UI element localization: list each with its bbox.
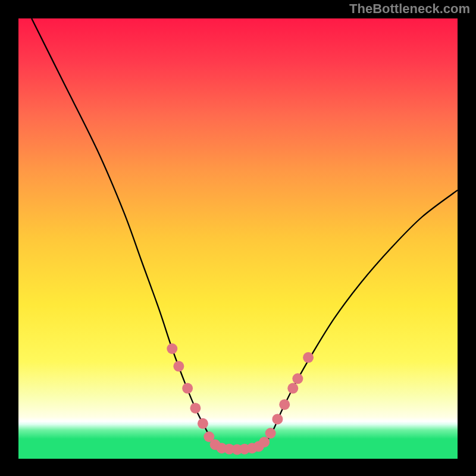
data-point bbox=[292, 373, 303, 384]
data-point bbox=[303, 352, 314, 363]
plot-background-gradient bbox=[18, 18, 458, 459]
data-point bbox=[198, 418, 208, 429]
data-point bbox=[182, 383, 193, 394]
attribution-label: TheBottleneck.com bbox=[349, 1, 470, 17]
data-point bbox=[167, 343, 177, 354]
chart-container: { "attribution": "TheBottleneck.com", "c… bbox=[0, 0, 476, 476]
data-point bbox=[259, 437, 270, 447]
data-point bbox=[272, 414, 283, 424]
bottleneck-chart bbox=[0, 0, 476, 476]
data-point bbox=[279, 399, 290, 410]
data-point bbox=[190, 403, 201, 414]
data-point bbox=[287, 383, 298, 394]
data-point bbox=[265, 428, 276, 439]
data-point bbox=[173, 361, 184, 372]
